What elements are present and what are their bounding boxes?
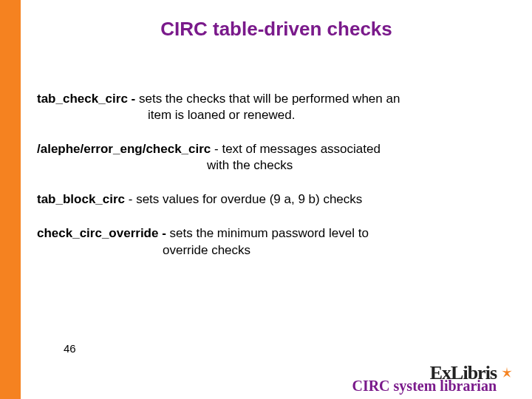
star-icon bbox=[499, 366, 514, 381]
entry-label: tab_check_circ - bbox=[37, 92, 139, 106]
entry-cont: with the checks bbox=[37, 157, 510, 174]
entry-desc: - text of messages associated bbox=[214, 142, 381, 156]
entry-desc: - sets values for overdue (9 a, 9 b) che… bbox=[129, 192, 363, 206]
slide: CIRC table-driven checks tab_check_circ … bbox=[0, 0, 532, 399]
entry-label: /alephe/error_eng/check_circ bbox=[37, 142, 214, 156]
entry-tab-check-circ: tab_check_circ - sets the checks that wi… bbox=[37, 91, 510, 123]
entry-label: tab_block_circ bbox=[37, 192, 129, 206]
page-number: 46 bbox=[64, 342, 76, 355]
entry-cont: item is loaned or renewed. bbox=[37, 107, 510, 123]
footer-text: CIRC system librarian bbox=[352, 378, 497, 395]
entry-check-circ-override: check_circ_override - sets the minimum p… bbox=[37, 225, 510, 258]
entry-tab-block-circ: tab_block_circ - sets values for overdue… bbox=[37, 191, 510, 208]
entry-desc: sets the checks that will be performed w… bbox=[139, 92, 400, 106]
slide-title: CIRC table-driven checks bbox=[21, 0, 532, 61]
entry-cont: override checks bbox=[37, 242, 510, 259]
slide-body: tab_check_circ - sets the checks that wi… bbox=[21, 61, 532, 259]
entry-label: check_circ_override - bbox=[37, 226, 170, 240]
entry-desc: sets the minimum password level to bbox=[170, 226, 369, 240]
entry-error-eng-check-circ: /alephe/error_eng/check_circ - text of m… bbox=[37, 141, 510, 174]
